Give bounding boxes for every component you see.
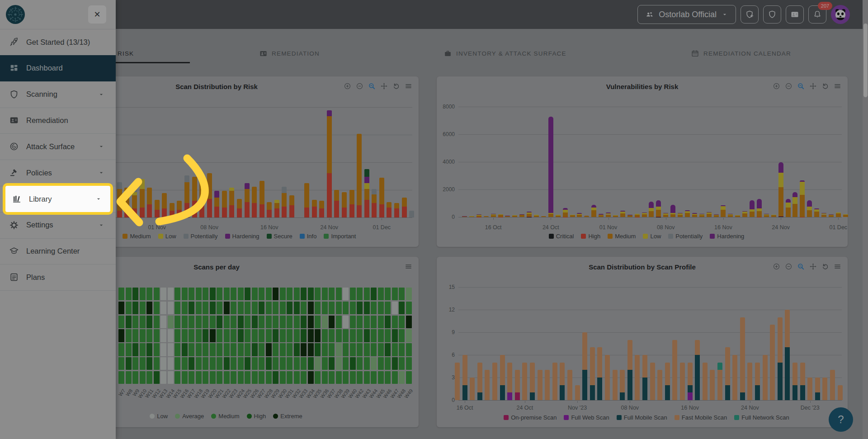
app-root: Ostorlab Official207 RISKREMEDIATIONINVE… (0, 0, 868, 439)
tour-dim-overlay (0, 0, 868, 439)
sidebar-item-library-highlighted[interactable]: Library (3, 183, 113, 215)
books-icon (11, 194, 22, 204)
chevron-down-icon (95, 195, 102, 203)
sidebar-item-library[interactable]: Library (5, 186, 110, 212)
sidebar-item-label: Library (29, 195, 52, 203)
